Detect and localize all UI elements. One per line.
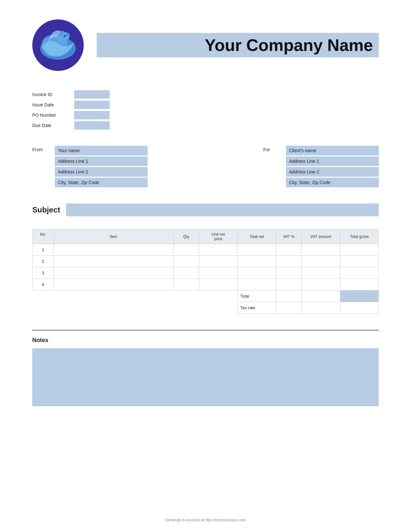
subject-label: Subject <box>32 205 60 214</box>
addresses-section: From Your name Address Line 1 Address Li… <box>32 146 379 187</box>
table-row: 3 <box>33 267 379 279</box>
meta-section: Invoice ID Issue Date PO Number Due Date <box>32 90 379 130</box>
total-gross[interactable] <box>340 291 378 302</box>
notes-label: Notes <box>32 337 379 344</box>
row3-qty[interactable] <box>173 267 199 279</box>
row1-qty[interactable] <box>173 244 199 256</box>
due-date-field[interactable] <box>74 121 110 130</box>
for-address1[interactable]: Address Line 1 <box>286 156 379 166</box>
col-header-vat: VAT % <box>276 230 302 244</box>
col-header-item: Item <box>54 230 173 244</box>
invoice-id-field[interactable] <box>74 90 110 99</box>
table-row: 1 <box>33 244 379 256</box>
tax-rate-vat-pct[interactable] <box>276 302 302 314</box>
table-row: 2 <box>33 256 379 267</box>
row1-unit[interactable] <box>199 244 238 256</box>
total-vat-amt[interactable] <box>302 291 340 302</box>
invoice-page: Your Company Name Invoice ID Issue Date … <box>0 0 411 532</box>
row1-gross[interactable] <box>340 244 378 256</box>
row4-vat-amt[interactable] <box>302 279 340 291</box>
col-header-qty: Qty <box>173 230 199 244</box>
row3-vat[interactable] <box>276 267 302 279</box>
row2-unit[interactable] <box>199 256 238 267</box>
meta-row-po-number: PO Number <box>32 111 379 119</box>
company-logo <box>32 19 84 71</box>
meta-row-invoice-id: Invoice ID <box>32 90 379 99</box>
due-date-label: Due Date <box>32 123 74 128</box>
row3-total-net[interactable] <box>238 267 276 279</box>
col-header-vat-amount: VAT amount <box>302 230 340 244</box>
po-number-field[interactable] <box>74 111 110 119</box>
row1-item[interactable] <box>54 244 173 256</box>
subject-field[interactable] <box>66 203 379 216</box>
row3-item[interactable] <box>54 267 173 279</box>
tax-rate-label: Tax rate <box>238 302 276 314</box>
footer: Generate e-invoices at http://invoiceoce… <box>0 518 411 522</box>
from-label: From <box>32 146 55 152</box>
col-header-total-net: Total net <box>238 230 276 244</box>
table-row: 4 <box>33 279 379 291</box>
col-header-no: No.. <box>33 230 54 244</box>
total-row: Total <box>33 291 379 302</box>
svg-point-5 <box>64 35 65 37</box>
for-fields: Client's name Address Line 1 Address Lin… <box>286 146 379 187</box>
row3-vat-amt[interactable] <box>302 267 340 279</box>
subject-section: Subject <box>32 203 379 216</box>
row2-item[interactable] <box>54 256 173 267</box>
from-fields: Your name Address Line 1 Address Line 2 … <box>55 146 148 187</box>
invoice-id-label: Invoice ID <box>32 92 74 97</box>
row4-qty[interactable] <box>173 279 199 291</box>
issue-date-label: Issue Date <box>32 102 74 107</box>
issue-date-field[interactable] <box>74 101 110 109</box>
row4-no: 4 <box>33 279 54 291</box>
row1-total-net[interactable] <box>238 244 276 256</box>
meta-row-issue-date: Issue Date <box>32 101 379 109</box>
row4-vat[interactable] <box>276 279 302 291</box>
from-address1[interactable]: Address Line 1 <box>55 156 148 166</box>
notes-field[interactable] <box>32 348 379 406</box>
for-name[interactable]: Client's name <box>286 146 379 155</box>
total-vat-pct[interactable] <box>276 291 302 302</box>
row2-qty[interactable] <box>173 256 199 267</box>
row4-unit[interactable] <box>199 279 238 291</box>
row2-gross[interactable] <box>340 256 378 267</box>
tax-rate-gross[interactable] <box>340 302 378 314</box>
tax-rate-row: Tax rate <box>33 302 379 314</box>
row4-item[interactable] <box>54 279 173 291</box>
po-number-label: PO Number <box>32 113 74 118</box>
for-city[interactable]: City, State, Zip Code <box>286 178 379 187</box>
from-name[interactable]: Your name <box>55 146 148 155</box>
row2-no: 2 <box>33 256 54 267</box>
row3-no: 3 <box>33 267 54 279</box>
row3-gross[interactable] <box>340 267 378 279</box>
for-block: For Client's name Address Line 1 Address… <box>263 146 379 187</box>
row4-total-net[interactable] <box>238 279 276 291</box>
row1-vat[interactable] <box>276 244 302 256</box>
col-header-gross: Total gross <box>340 230 378 244</box>
row3-unit[interactable] <box>199 267 238 279</box>
for-label: For <box>263 146 286 152</box>
meta-row-due-date: Due Date <box>32 121 379 130</box>
row2-vat[interactable] <box>276 256 302 267</box>
from-block: From Your name Address Line 1 Address Li… <box>32 146 148 187</box>
row4-gross[interactable] <box>340 279 378 291</box>
footer-text: Generate e-invoices at http://invoiceoce… <box>165 518 246 522</box>
row2-vat-amt[interactable] <box>302 256 340 267</box>
from-city[interactable]: City, State, Zip Code <box>55 178 148 187</box>
notes-section: Notes <box>32 337 379 406</box>
row1-vat-amt[interactable] <box>302 244 340 256</box>
row2-total-net[interactable] <box>238 256 276 267</box>
from-address2[interactable]: Address Line 2 <box>55 167 148 177</box>
invoice-table: No.. Item Qty Unit netprice Total net VA… <box>32 229 379 314</box>
row1-no: 1 <box>33 244 54 256</box>
col-header-unit: Unit netprice <box>199 230 238 244</box>
total-label: Total <box>238 291 276 302</box>
tax-rate-vat-amt[interactable] <box>302 302 340 314</box>
company-name[interactable]: Your Company Name <box>97 33 379 57</box>
table-header-row: No.. Item Qty Unit netprice Total net VA… <box>33 230 379 244</box>
header: Your Company Name <box>32 19 379 71</box>
section-divider <box>32 330 379 330</box>
for-address2[interactable]: Address Line 2 <box>286 167 379 177</box>
